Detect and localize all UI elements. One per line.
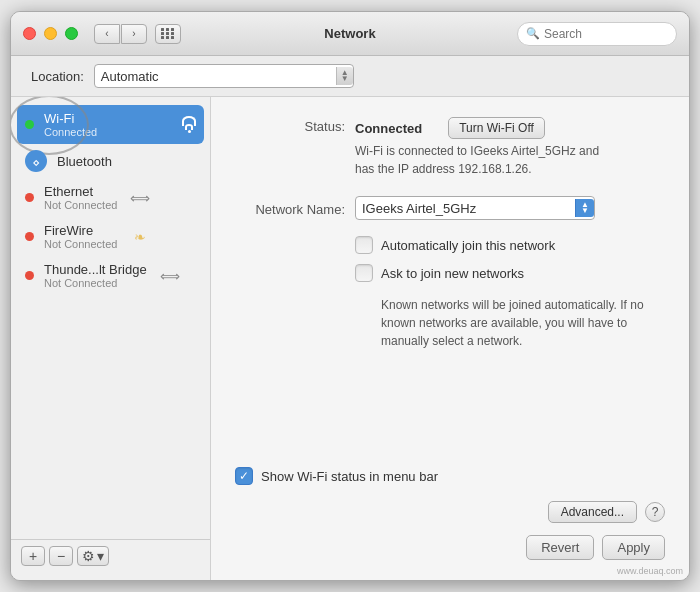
bottom-area: Show Wi-Fi status in menu bar Advanced..… — [235, 455, 665, 560]
thunderbolt-icon: ⟺ — [157, 268, 183, 284]
search-icon: 🔍 — [526, 27, 540, 40]
status-row: Status: Connected Turn Wi-Fi Off Wi-Fi i… — [235, 117, 665, 178]
grid-button[interactable] — [155, 24, 181, 44]
status-connected-value: Connected — [355, 121, 422, 136]
grid-icon — [161, 28, 175, 39]
location-select[interactable]: Automatic ▲ ▼ — [94, 64, 354, 88]
show-wifi-checkbox[interactable] — [235, 467, 253, 485]
bottom-buttons: Revert Apply — [235, 535, 665, 560]
status-dot-ethernet — [25, 193, 34, 202]
status-dot-thunderbolt — [25, 271, 34, 280]
gear-chevron-icon: ▾ — [97, 548, 104, 564]
nav-buttons: ‹ › — [94, 24, 147, 44]
sidebar-toolbar: + − ⚙ ▾ — [11, 539, 210, 572]
location-chevron: ▲ ▼ — [336, 67, 353, 85]
ethernet-item-text: Ethernet Not Connected — [44, 184, 117, 211]
advanced-button[interactable]: Advanced... — [548, 501, 637, 523]
sidebar: Wi-Fi Connected ⬦ Bluetooth — [11, 97, 211, 580]
main-content: Wi-Fi Connected ⬦ Bluetooth — [11, 97, 689, 580]
network-window: ‹ › Network 🔍 Location: Automatic ▲ ▼ — [10, 11, 690, 581]
revert-button[interactable]: Revert — [526, 535, 594, 560]
add-network-button[interactable]: + — [21, 546, 45, 566]
thunderbolt-item-text: Thunde...lt Bridge Not Connected — [44, 262, 147, 289]
firewire-name: FireWire — [44, 223, 117, 238]
ask-join-checkbox[interactable] — [355, 264, 373, 282]
sidebar-item-wifi[interactable]: Wi-Fi Connected — [17, 105, 204, 144]
sidebar-item-thunderbolt[interactable]: Thunde...lt Bridge Not Connected ⟺ — [11, 256, 210, 295]
gear-menu-button[interactable]: ⚙ ▾ — [77, 546, 109, 566]
status-content: Connected Turn Wi-Fi Off Wi-Fi is connec… — [355, 117, 599, 178]
network-select-chevron: ▲ ▼ — [575, 199, 594, 217]
wifi-subtitle: Connected — [44, 126, 97, 138]
ethernet-subtitle: Not Connected — [44, 199, 117, 211]
right-panel: Status: Connected Turn Wi-Fi Off Wi-Fi i… — [211, 97, 689, 580]
known-networks-note: Known networks will be joined automatica… — [355, 296, 655, 350]
network-name-label: Network Name: — [235, 200, 355, 217]
location-value: Automatic — [101, 69, 336, 84]
status-dot-firewire — [25, 232, 34, 241]
apply-button[interactable]: Apply — [602, 535, 665, 560]
close-button[interactable] — [23, 27, 36, 40]
sidebar-item-bluetooth[interactable]: ⬦ Bluetooth — [11, 144, 210, 178]
wifi-item-text: Wi-Fi Connected — [44, 111, 97, 138]
location-bar: Location: Automatic ▲ ▼ — [11, 56, 689, 97]
show-wifi-row: Show Wi-Fi status in menu bar — [235, 467, 665, 485]
ask-join-row: Ask to join new networks — [355, 264, 665, 282]
status-field-label: Status: — [235, 117, 355, 134]
ask-join-label: Ask to join new networks — [381, 266, 524, 281]
status-dot-wifi — [25, 120, 34, 129]
show-wifi-label: Show Wi-Fi status in menu bar — [261, 469, 438, 484]
watermark: www.deuaq.com — [617, 566, 683, 576]
firewire-icon: ❧ — [127, 229, 153, 245]
traffic-lights — [23, 27, 78, 40]
advanced-row: Advanced... ? — [235, 501, 665, 523]
bluetooth-item-text: Bluetooth — [57, 154, 112, 169]
status-description: Wi-Fi is connected to IGeeks Airtel_5GHz… — [355, 142, 599, 178]
search-box[interactable]: 🔍 — [517, 22, 677, 46]
sidebar-item-firewire[interactable]: FireWire Not Connected ❧ — [11, 217, 210, 256]
back-button[interactable]: ‹ — [94, 24, 120, 44]
window-title: Network — [324, 26, 375, 41]
network-name-row: Network Name: IGeeks Airtel_5GHz ▲ ▼ — [235, 196, 665, 220]
thunderbolt-name: Thunde...lt Bridge — [44, 262, 147, 277]
maximize-button[interactable] — [65, 27, 78, 40]
firewire-item-text: FireWire Not Connected — [44, 223, 117, 250]
search-input[interactable] — [544, 27, 668, 41]
thunderbolt-subtitle: Not Connected — [44, 277, 147, 289]
network-name-value: IGeeks Airtel_5GHz — [362, 201, 575, 216]
bluetooth-name: Bluetooth — [57, 154, 112, 169]
auto-join-label: Automatically join this network — [381, 238, 555, 253]
remove-network-button[interactable]: − — [49, 546, 73, 566]
sidebar-item-ethernet[interactable]: Ethernet Not Connected ⟺ — [11, 178, 210, 217]
auto-join-checkbox[interactable] — [355, 236, 373, 254]
wifi-signal-icon — [182, 116, 196, 133]
ethernet-icon: ⟺ — [127, 190, 153, 206]
network-name-select[interactable]: IGeeks Airtel_5GHz ▲ ▼ — [355, 196, 595, 220]
titlebar: ‹ › Network 🔍 — [11, 12, 689, 56]
minimize-button[interactable] — [44, 27, 57, 40]
ethernet-name: Ethernet — [44, 184, 117, 199]
turn-wifi-button[interactable]: Turn Wi-Fi Off — [448, 117, 545, 139]
forward-button[interactable]: › — [121, 24, 147, 44]
gear-icon: ⚙ — [82, 548, 95, 564]
bluetooth-icon: ⬦ — [25, 150, 47, 172]
firewire-subtitle: Not Connected — [44, 238, 117, 250]
help-button[interactable]: ? — [645, 502, 665, 522]
location-label: Location: — [31, 69, 84, 84]
wifi-name: Wi-Fi — [44, 111, 97, 126]
auto-join-row: Automatically join this network — [355, 236, 665, 254]
